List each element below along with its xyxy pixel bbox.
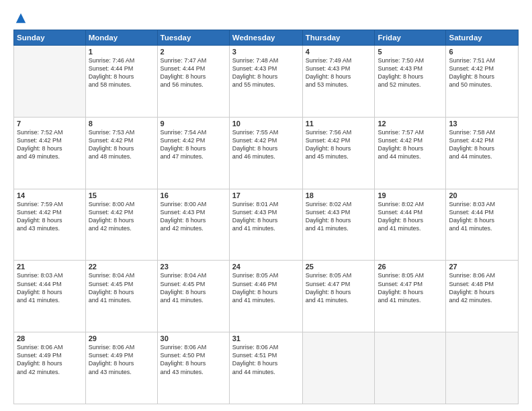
day-number: 16 [161,191,226,199]
weekday-wednesday: Wednesday [229,30,302,46]
day-number: 27 [449,263,515,271]
calendar-cell: 30Sunrise: 8:06 AM Sunset: 4:50 PM Dayli… [157,332,229,404]
day-number: 18 [306,191,372,199]
cell-content: Sunrise: 8:02 AM Sunset: 4:44 PM Dayligh… [378,200,443,233]
day-number: 30 [161,334,226,342]
calendar-cell: 5Sunrise: 7:50 AM Sunset: 4:43 PM Daylig… [375,46,446,118]
calendar-cell: 12Sunrise: 7:57 AM Sunset: 4:42 PM Dayli… [375,117,446,189]
cell-content: Sunrise: 8:05 AM Sunset: 4:47 PM Dayligh… [378,271,443,304]
cell-content: Sunrise: 7:59 AM Sunset: 4:42 PM Dayligh… [17,200,83,233]
calendar-cell: 10Sunrise: 7:55 AM Sunset: 4:42 PM Dayli… [229,117,302,189]
day-number: 9 [161,120,226,128]
calendar-cell: 29Sunrise: 8:06 AM Sunset: 4:49 PM Dayli… [85,332,157,404]
day-number: 19 [378,191,443,199]
weekday-friday: Friday [375,30,446,46]
day-number: 15 [89,191,154,199]
cell-content: Sunrise: 7:52 AM Sunset: 4:42 PM Dayligh… [17,128,83,161]
day-number: 21 [17,263,83,271]
calendar-cell: 21Sunrise: 8:03 AM Sunset: 4:44 PM Dayli… [14,261,86,332]
cell-content: Sunrise: 8:03 AM Sunset: 4:44 PM Dayligh… [17,271,83,304]
cell-content: Sunrise: 7:58 AM Sunset: 4:42 PM Dayligh… [449,128,515,161]
weekday-saturday: Saturday [446,30,519,46]
logo-icon [15,12,27,24]
calendar-cell: 24Sunrise: 8:05 AM Sunset: 4:46 PM Dayli… [229,261,302,332]
day-number: 23 [161,263,226,271]
day-number: 25 [306,263,372,271]
week-row-2: 14Sunrise: 7:59 AM Sunset: 4:42 PM Dayli… [14,189,519,261]
cell-content: Sunrise: 7:48 AM Sunset: 4:43 PM Dayligh… [232,56,300,89]
day-number: 24 [232,263,300,271]
cell-content: Sunrise: 8:06 AM Sunset: 4:50 PM Dayligh… [161,343,226,376]
cell-content: Sunrise: 8:06 AM Sunset: 4:49 PM Dayligh… [17,343,83,376]
calendar-cell: 27Sunrise: 8:06 AM Sunset: 4:48 PM Dayli… [446,261,519,332]
calendar-cell: 31Sunrise: 8:06 AM Sunset: 4:51 PM Dayli… [229,332,302,404]
day-number: 8 [89,120,154,128]
calendar-cell: 26Sunrise: 8:05 AM Sunset: 4:47 PM Dayli… [375,261,446,332]
calendar-cell [14,46,86,118]
calendar-cell: 7Sunrise: 7:52 AM Sunset: 4:42 PM Daylig… [14,117,86,189]
cell-content: Sunrise: 7:53 AM Sunset: 4:42 PM Dayligh… [89,128,154,161]
cell-content: Sunrise: 8:04 AM Sunset: 4:45 PM Dayligh… [161,271,226,304]
cell-content: Sunrise: 7:55 AM Sunset: 4:42 PM Dayligh… [232,128,300,161]
logo [13,12,27,24]
calendar-cell [375,332,446,404]
weekday-sunday: Sunday [14,30,86,46]
day-number: 5 [378,48,443,56]
calendar-cell [446,332,519,404]
calendar-cell: 22Sunrise: 8:04 AM Sunset: 4:45 PM Dayli… [85,261,157,332]
calendar-cell: 14Sunrise: 7:59 AM Sunset: 4:42 PM Dayli… [14,189,86,261]
day-number: 22 [89,263,154,271]
day-number: 17 [232,191,300,199]
cell-content: Sunrise: 7:57 AM Sunset: 4:42 PM Dayligh… [378,128,443,161]
week-row-1: 7Sunrise: 7:52 AM Sunset: 4:42 PM Daylig… [14,117,519,189]
cell-content: Sunrise: 7:49 AM Sunset: 4:43 PM Dayligh… [306,56,372,89]
cell-content: Sunrise: 7:47 AM Sunset: 4:44 PM Dayligh… [161,56,226,89]
day-number: 13 [449,120,515,128]
svg-marker-0 [16,13,26,23]
weekday-header-row: SundayMondayTuesdayWednesdayThursdayFrid… [14,30,519,46]
week-row-3: 21Sunrise: 8:03 AM Sunset: 4:44 PM Dayli… [14,261,519,332]
day-number: 28 [17,334,83,342]
calendar-cell: 28Sunrise: 8:06 AM Sunset: 4:49 PM Dayli… [14,332,86,404]
day-number: 12 [378,120,443,128]
cell-content: Sunrise: 8:00 AM Sunset: 4:42 PM Dayligh… [89,200,154,233]
calendar-cell: 3Sunrise: 7:48 AM Sunset: 4:43 PM Daylig… [229,46,302,118]
calendar-cell: 19Sunrise: 8:02 AM Sunset: 4:44 PM Dayli… [375,189,446,261]
week-row-4: 28Sunrise: 8:06 AM Sunset: 4:49 PM Dayli… [14,332,519,404]
calendar-cell: 9Sunrise: 7:54 AM Sunset: 4:42 PM Daylig… [157,117,229,189]
cell-content: Sunrise: 8:06 AM Sunset: 4:49 PM Dayligh… [89,343,154,376]
calendar-cell: 18Sunrise: 8:02 AM Sunset: 4:43 PM Dayli… [302,189,375,261]
calendar-cell: 4Sunrise: 7:49 AM Sunset: 4:43 PM Daylig… [302,46,375,118]
cell-content: Sunrise: 7:56 AM Sunset: 4:42 PM Dayligh… [306,128,372,161]
day-number: 11 [306,120,372,128]
day-number: 29 [89,334,154,342]
calendar-cell: 17Sunrise: 8:01 AM Sunset: 4:43 PM Dayli… [229,189,302,261]
day-number: 2 [161,48,226,56]
week-row-0: 1Sunrise: 7:46 AM Sunset: 4:44 PM Daylig… [14,46,519,118]
calendar-cell: 20Sunrise: 8:03 AM Sunset: 4:44 PM Dayli… [446,189,519,261]
page: SundayMondayTuesdayWednesdayThursdayFrid… [0,0,532,411]
cell-content: Sunrise: 7:50 AM Sunset: 4:43 PM Dayligh… [378,56,443,89]
calendar-cell: 25Sunrise: 8:05 AM Sunset: 4:47 PM Dayli… [302,261,375,332]
calendar-cell: 8Sunrise: 7:53 AM Sunset: 4:42 PM Daylig… [85,117,157,189]
calendar-cell: 11Sunrise: 7:56 AM Sunset: 4:42 PM Dayli… [302,117,375,189]
cell-content: Sunrise: 8:06 AM Sunset: 4:51 PM Dayligh… [232,343,300,376]
weekday-tuesday: Tuesday [157,30,229,46]
cell-content: Sunrise: 7:46 AM Sunset: 4:44 PM Dayligh… [89,56,154,89]
calendar-cell [302,332,375,404]
day-number: 1 [89,48,154,56]
day-number: 6 [449,48,515,56]
weekday-monday: Monday [85,30,157,46]
day-number: 7 [17,120,83,128]
weekday-thursday: Thursday [302,30,375,46]
cell-content: Sunrise: 7:54 AM Sunset: 4:42 PM Dayligh… [161,128,226,161]
cell-content: Sunrise: 8:06 AM Sunset: 4:48 PM Dayligh… [449,271,515,304]
cell-content: Sunrise: 8:05 AM Sunset: 4:46 PM Dayligh… [232,271,300,304]
day-number: 10 [232,120,300,128]
day-number: 20 [449,191,515,199]
calendar-cell: 2Sunrise: 7:47 AM Sunset: 4:44 PM Daylig… [157,46,229,118]
day-number: 4 [306,48,372,56]
cell-content: Sunrise: 8:03 AM Sunset: 4:44 PM Dayligh… [449,200,515,233]
calendar-cell: 23Sunrise: 8:04 AM Sunset: 4:45 PM Dayli… [157,261,229,332]
calendar-cell: 15Sunrise: 8:00 AM Sunset: 4:42 PM Dayli… [85,189,157,261]
